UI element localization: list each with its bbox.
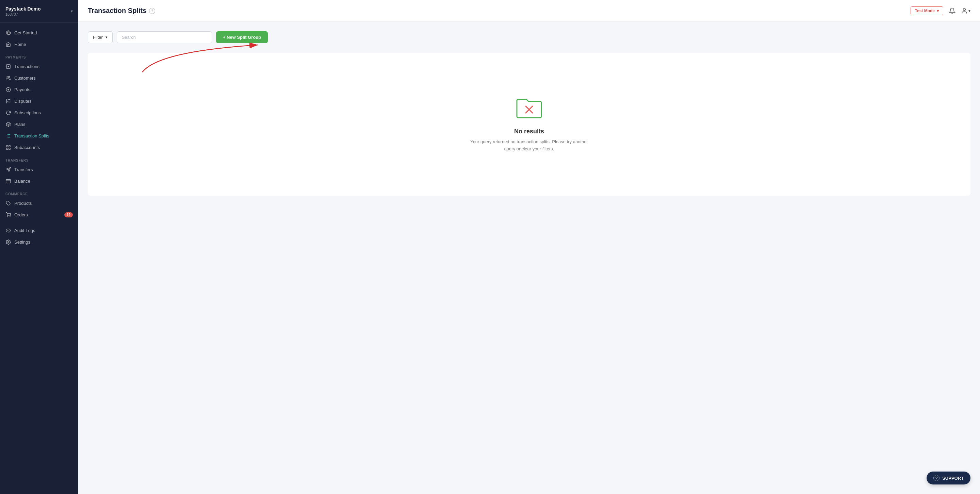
list-icon xyxy=(5,64,11,69)
eye-icon xyxy=(5,228,11,233)
empty-state: No results Your query returned no transa… xyxy=(88,53,970,195)
sidebar-nav: Get Started Home PAYMENTS Transactions C… xyxy=(0,23,78,252)
section-label-commerce: COMMERCE xyxy=(0,187,78,197)
support-label: SUPPORT xyxy=(942,476,964,481)
toolbar: Filter ▾ + New Split Group xyxy=(88,31,970,43)
refresh-icon xyxy=(5,110,11,115)
sidebar-item-subaccounts[interactable]: Subaccounts xyxy=(0,141,78,153)
sidebar-item-subscriptions[interactable]: Subscriptions xyxy=(0,107,78,118)
company-name: Paystack Demo xyxy=(5,6,41,11)
home-icon xyxy=(5,41,11,47)
content-area: Filter ▾ + New Split Group xyxy=(78,22,980,494)
search-input-wrap xyxy=(117,31,212,43)
search-input[interactable] xyxy=(117,31,212,43)
section-label-transfers: TRANSFERS xyxy=(0,153,78,164)
test-mode-chevron: ▾ xyxy=(937,8,939,13)
page-title-area: Transaction Splits ? xyxy=(88,7,155,14)
svg-marker-11 xyxy=(6,122,11,124)
topbar: Transaction Splits ? Test Mode ▾ ▾ xyxy=(78,0,980,22)
empty-folder-icon xyxy=(515,96,543,121)
company-id: 168737 xyxy=(5,12,41,16)
split-icon xyxy=(5,133,11,138)
payouts-icon xyxy=(5,87,11,92)
svg-rect-20 xyxy=(8,148,10,149)
notification-bell-button[interactable] xyxy=(949,8,956,14)
svg-rect-18 xyxy=(6,145,8,147)
globe-icon xyxy=(5,30,11,35)
help-icon[interactable]: ? xyxy=(149,8,155,14)
sidebar-item-transactions[interactable]: Transactions xyxy=(0,60,78,72)
filter-chevron-icon: ▾ xyxy=(105,35,108,40)
svg-point-30 xyxy=(8,241,9,243)
sidebar-label-transaction-splits: Transaction Splits xyxy=(14,133,49,138)
new-split-group-button[interactable]: + New Split Group xyxy=(216,31,268,43)
svg-point-6 xyxy=(7,76,8,78)
toolbar-container: Filter ▾ + New Split Group xyxy=(88,31,970,43)
flag-icon xyxy=(5,98,11,104)
sidebar-label-transfers: Transfers xyxy=(14,167,33,172)
tag-icon xyxy=(5,200,11,206)
svg-rect-21 xyxy=(6,148,8,149)
sidebar-item-home[interactable]: Home xyxy=(0,38,78,50)
sidebar-item-get-started[interactable]: Get Started xyxy=(0,27,78,38)
sidebar-label-customers: Customers xyxy=(14,76,36,81)
svg-point-31 xyxy=(963,8,966,11)
user-menu-chevron: ▾ xyxy=(969,8,970,13)
sidebar-label-get-started: Get Started xyxy=(14,30,37,35)
user-menu-button[interactable]: ▾ xyxy=(961,8,970,14)
grid-icon xyxy=(5,145,11,150)
sidebar: Paystack Demo 168737 ▾ Get Started Home … xyxy=(0,0,78,494)
layers-icon xyxy=(5,121,11,127)
svg-point-27 xyxy=(8,216,8,217)
sidebar-item-settings[interactable]: Settings xyxy=(0,236,78,248)
sidebar-label-settings: Settings xyxy=(14,240,30,245)
sidebar-label-balance: Balance xyxy=(14,179,30,184)
sidebar-item-disputes[interactable]: Disputes xyxy=(0,95,78,107)
sidebar-label-orders: Orders xyxy=(14,212,28,218)
sidebar-item-payouts[interactable]: Payouts xyxy=(0,84,78,95)
wallet-icon xyxy=(5,178,11,184)
topbar-actions: Test Mode ▾ ▾ xyxy=(911,6,970,15)
support-button[interactable]: ? SUPPORT xyxy=(927,472,970,484)
svg-rect-24 xyxy=(6,179,11,183)
filter-button[interactable]: Filter ▾ xyxy=(88,31,113,43)
section-label-payments: PAYMENTS xyxy=(0,50,78,60)
test-mode-badge[interactable]: Test Mode ▾ xyxy=(911,6,943,15)
sidebar-item-transaction-splits[interactable]: Transaction Splits xyxy=(0,130,78,141)
sidebar-item-balance[interactable]: Balance xyxy=(0,175,78,187)
svg-point-28 xyxy=(10,216,10,217)
send-icon xyxy=(5,167,11,172)
sidebar-label-disputes: Disputes xyxy=(14,98,32,104)
sidebar-label-transactions: Transactions xyxy=(14,64,40,69)
cart-icon xyxy=(5,212,11,218)
sidebar-label-payouts: Payouts xyxy=(14,87,30,92)
empty-title: No results xyxy=(514,128,544,135)
svg-point-29 xyxy=(8,230,9,231)
main-content: Transaction Splits ? Test Mode ▾ ▾ Filte… xyxy=(78,0,980,494)
company-selector[interactable]: Paystack Demo 168737 ▾ xyxy=(0,0,78,23)
company-selector-chevron: ▾ xyxy=(71,9,73,14)
support-icon: ? xyxy=(933,475,940,481)
sidebar-label-subscriptions: Subscriptions xyxy=(14,110,41,115)
sidebar-item-products[interactable]: Products xyxy=(0,197,78,209)
sidebar-item-audit-logs[interactable]: Audit Logs xyxy=(0,224,78,236)
sidebar-item-plans[interactable]: Plans xyxy=(0,118,78,130)
sidebar-item-orders[interactable]: Orders 12 xyxy=(0,209,78,221)
empty-description: Your query returned no transaction split… xyxy=(468,138,590,153)
page-title: Transaction Splits xyxy=(88,7,146,14)
sidebar-label-home: Home xyxy=(14,42,26,47)
orders-badge: 12 xyxy=(64,212,73,218)
svg-rect-19 xyxy=(8,145,10,147)
sidebar-item-customers[interactable]: Customers xyxy=(0,72,78,84)
sidebar-label-plans: Plans xyxy=(14,122,25,127)
filter-label: Filter xyxy=(93,35,103,40)
test-mode-label: Test Mode xyxy=(915,8,935,13)
sidebar-label-products: Products xyxy=(14,201,32,206)
gear-icon xyxy=(5,239,11,245)
sidebar-label-audit-logs: Audit Logs xyxy=(14,228,35,233)
sidebar-item-transfers[interactable]: Transfers xyxy=(0,164,78,175)
sidebar-label-subaccounts: Subaccounts xyxy=(14,145,40,150)
users-icon xyxy=(5,75,11,81)
